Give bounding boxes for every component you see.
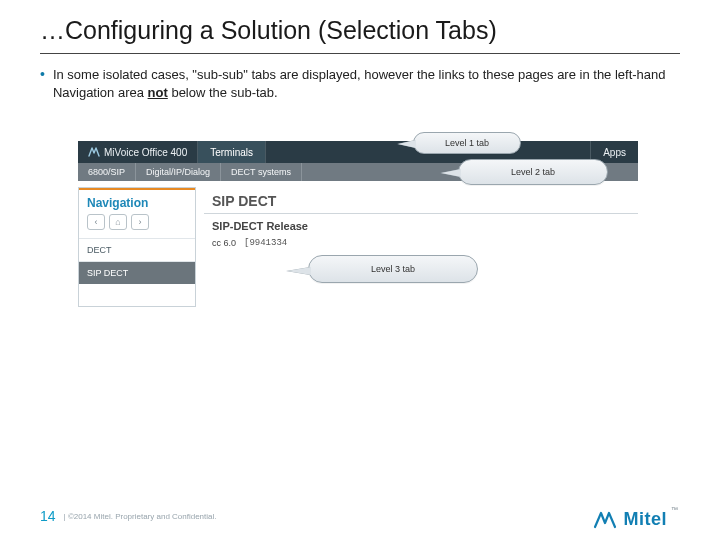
sidebar-heading: Navigation — [79, 190, 195, 214]
footer: 14 | ©2014 Mitel. Proprietary and Confid… — [40, 508, 217, 524]
content-rule — [204, 213, 638, 214]
content-subheading: SIP-DECT Release — [204, 220, 638, 236]
subtab-dect-systems[interactable]: DECT systems — [221, 163, 302, 181]
home-icon[interactable]: ⌂ — [109, 214, 127, 230]
screenshot-figure: MiVoice Office 400 Terminals Apps 6800/S… — [78, 115, 638, 325]
sidebar-panel: Navigation ‹ ⌂ › DECT SIP DECT — [78, 187, 196, 307]
brand-label: MiVoice Office 400 — [104, 147, 187, 158]
title-rule — [40, 53, 680, 54]
content-panel: SIP DECT SIP-DECT Release cc 6.0 [994133… — [204, 187, 638, 307]
callout-level-1: Level 1 tab — [413, 132, 521, 154]
tab-terminals[interactable]: Terminals — [198, 141, 266, 163]
trademark-symbol: ™ — [671, 506, 678, 513]
subtab-digital-ip-dialog[interactable]: Digital/IP/Dialog — [136, 163, 221, 181]
bullet-emph: not — [148, 85, 168, 100]
brand-logo-text: Mitel — [623, 509, 667, 530]
row-value: [9941334 — [244, 238, 287, 248]
slide: …Configuring a Solution (Selection Tabs)… — [0, 0, 720, 540]
subtab-6800-sip[interactable]: 6800/SIP — [78, 163, 136, 181]
sidebar-item-sip-dect[interactable]: SIP DECT — [79, 261, 195, 284]
callout-level-2: Level 2 tab — [458, 159, 608, 185]
back-icon[interactable]: ‹ — [87, 214, 105, 230]
sidebar-item-dect[interactable]: DECT — [79, 238, 195, 261]
content-heading: SIP DECT — [204, 187, 638, 211]
brand-logo: Mitel ™ — [593, 509, 680, 530]
callout-level-3: Level 3 tab — [308, 255, 478, 283]
bullet-dot-icon: • — [40, 66, 45, 83]
bullet-pre: In some isolated cases, "sub-sub" tabs a… — [53, 67, 666, 100]
bullet-text: In some isolated cases, "sub-sub" tabs a… — [53, 66, 680, 101]
footer-copyright: | ©2014 Mitel. Proprietary and Confident… — [64, 512, 217, 521]
sidebar-nav-icons: ‹ ⌂ › — [79, 214, 195, 238]
bullet: • In some isolated cases, "sub-sub" tabs… — [40, 66, 680, 101]
page-title: …Configuring a Solution (Selection Tabs) — [40, 16, 680, 51]
bullet-post: below the sub-tab. — [168, 85, 278, 100]
brand-mark-icon — [593, 511, 617, 529]
forward-icon[interactable]: › — [131, 214, 149, 230]
brand[interactable]: MiVoice Office 400 — [78, 141, 198, 163]
page-number: 14 — [40, 508, 56, 524]
brand-logo-icon — [88, 146, 100, 158]
content-row: cc 6.0 [9941334 — [204, 236, 638, 250]
row-label: cc 6.0 — [212, 238, 236, 248]
